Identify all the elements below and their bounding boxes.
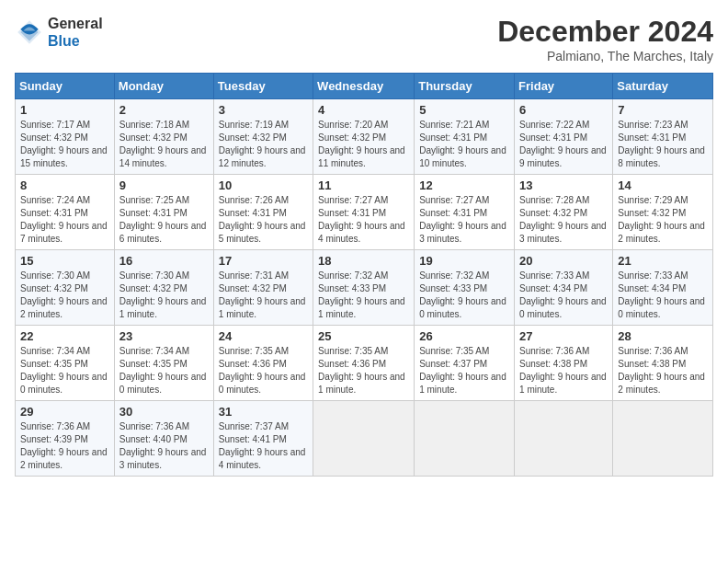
- day-info: Sunrise: 7:30 AM Sunset: 4:32 PM Dayligh…: [119, 270, 209, 321]
- day-number: 4: [318, 103, 409, 117]
- day-info: Sunrise: 7:36 AM Sunset: 4:38 PM Dayligh…: [618, 345, 708, 396]
- day-number: 17: [219, 254, 308, 268]
- calendar-cell: 13Sunrise: 7:28 AM Sunset: 4:32 PM Dayli…: [515, 175, 613, 250]
- calendar-cell: 1Sunrise: 7:17 AM Sunset: 4:32 PM Daylig…: [16, 99, 115, 175]
- page-header: General Blue December 2024 Palmiano, The…: [15, 15, 713, 63]
- calendar-cell: [313, 401, 415, 477]
- day-info: Sunrise: 7:20 AM Sunset: 4:32 PM Dayligh…: [318, 119, 409, 170]
- calendar-cell: 30Sunrise: 7:36 AM Sunset: 4:40 PM Dayli…: [114, 401, 213, 477]
- calendar-week-2: 8Sunrise: 7:24 AM Sunset: 4:31 PM Daylig…: [16, 175, 713, 250]
- weekday-friday: Friday: [515, 74, 613, 99]
- day-number: 26: [419, 329, 509, 343]
- calendar-cell: [515, 401, 613, 477]
- calendar-table: SundayMondayTuesdayWednesdayThursdayFrid…: [15, 73, 713, 477]
- day-info: Sunrise: 7:34 AM Sunset: 4:35 PM Dayligh…: [119, 345, 209, 396]
- day-number: 3: [219, 103, 308, 117]
- calendar-cell: 2Sunrise: 7:18 AM Sunset: 4:32 PM Daylig…: [114, 99, 213, 175]
- calendar-cell: 5Sunrise: 7:21 AM Sunset: 4:31 PM Daylig…: [415, 99, 515, 175]
- calendar-cell: 9Sunrise: 7:25 AM Sunset: 4:31 PM Daylig…: [114, 175, 213, 250]
- day-number: 20: [519, 254, 608, 268]
- logo-icon: [15, 17, 44, 47]
- day-number: 16: [119, 254, 209, 268]
- calendar-header: SundayMondayTuesdayWednesdayThursdayFrid…: [16, 74, 713, 99]
- day-info: Sunrise: 7:21 AM Sunset: 4:31 PM Dayligh…: [419, 119, 509, 170]
- calendar-cell: 14Sunrise: 7:29 AM Sunset: 4:32 PM Dayli…: [613, 175, 713, 250]
- day-number: 28: [618, 329, 708, 343]
- calendar-cell: 22Sunrise: 7:34 AM Sunset: 4:35 PM Dayli…: [16, 326, 115, 401]
- day-number: 21: [618, 254, 708, 268]
- calendar-cell: 29Sunrise: 7:36 AM Sunset: 4:39 PM Dayli…: [16, 401, 115, 477]
- day-info: Sunrise: 7:26 AM Sunset: 4:31 PM Dayligh…: [219, 194, 308, 246]
- calendar-body: 1Sunrise: 7:17 AM Sunset: 4:32 PM Daylig…: [16, 99, 713, 477]
- day-number: 29: [20, 405, 109, 419]
- calendar-cell: 23Sunrise: 7:34 AM Sunset: 4:35 PM Dayli…: [114, 326, 213, 401]
- day-number: 13: [519, 178, 608, 192]
- day-info: Sunrise: 7:24 AM Sunset: 4:31 PM Dayligh…: [20, 194, 109, 246]
- day-info: Sunrise: 7:35 AM Sunset: 4:36 PM Dayligh…: [318, 345, 409, 396]
- day-number: 8: [20, 178, 109, 192]
- calendar-cell: 25Sunrise: 7:35 AM Sunset: 4:36 PM Dayli…: [313, 326, 415, 401]
- day-number: 7: [618, 103, 708, 117]
- calendar-cell: 10Sunrise: 7:26 AM Sunset: 4:31 PM Dayli…: [213, 175, 313, 250]
- day-info: Sunrise: 7:35 AM Sunset: 4:36 PM Dayligh…: [219, 345, 308, 396]
- day-info: Sunrise: 7:35 AM Sunset: 4:37 PM Dayligh…: [419, 345, 509, 396]
- calendar-cell: 15Sunrise: 7:30 AM Sunset: 4:32 PM Dayli…: [16, 250, 115, 326]
- calendar-cell: 27Sunrise: 7:36 AM Sunset: 4:38 PM Dayli…: [515, 326, 613, 401]
- day-info: Sunrise: 7:30 AM Sunset: 4:32 PM Dayligh…: [20, 270, 109, 321]
- weekday-header-row: SundayMondayTuesdayWednesdayThursdayFrid…: [16, 74, 713, 99]
- day-number: 6: [519, 103, 608, 117]
- day-number: 31: [219, 405, 308, 419]
- day-number: 2: [119, 103, 209, 117]
- calendar-cell: 28Sunrise: 7:36 AM Sunset: 4:38 PM Dayli…: [613, 326, 713, 401]
- day-info: Sunrise: 7:18 AM Sunset: 4:32 PM Dayligh…: [119, 119, 209, 170]
- day-info: Sunrise: 7:33 AM Sunset: 4:34 PM Dayligh…: [519, 270, 608, 321]
- calendar-cell: 6Sunrise: 7:22 AM Sunset: 4:31 PM Daylig…: [515, 99, 613, 175]
- day-number: 14: [618, 178, 708, 192]
- day-number: 27: [519, 329, 608, 343]
- calendar-cell: 8Sunrise: 7:24 AM Sunset: 4:31 PM Daylig…: [16, 175, 115, 250]
- day-info: Sunrise: 7:37 AM Sunset: 4:41 PM Dayligh…: [219, 420, 308, 472]
- day-info: Sunrise: 7:23 AM Sunset: 4:31 PM Dayligh…: [618, 119, 708, 170]
- calendar-cell: 24Sunrise: 7:35 AM Sunset: 4:36 PM Dayli…: [213, 326, 313, 401]
- calendar-cell: 21Sunrise: 7:33 AM Sunset: 4:34 PM Dayli…: [613, 250, 713, 326]
- weekday-monday: Monday: [114, 74, 213, 99]
- location: Palmiano, The Marches, Italy: [497, 49, 713, 63]
- day-info: Sunrise: 7:34 AM Sunset: 4:35 PM Dayligh…: [20, 345, 109, 396]
- day-number: 12: [419, 178, 509, 192]
- calendar-cell: 18Sunrise: 7:32 AM Sunset: 4:33 PM Dayli…: [313, 250, 415, 326]
- calendar-cell: 26Sunrise: 7:35 AM Sunset: 4:37 PM Dayli…: [415, 326, 515, 401]
- day-info: Sunrise: 7:17 AM Sunset: 4:32 PM Dayligh…: [20, 119, 109, 170]
- calendar-week-1: 1Sunrise: 7:17 AM Sunset: 4:32 PM Daylig…: [16, 99, 713, 175]
- title-block: December 2024 Palmiano, The Marches, Ita…: [497, 15, 713, 63]
- day-info: Sunrise: 7:25 AM Sunset: 4:31 PM Dayligh…: [119, 194, 209, 246]
- day-number: 23: [119, 329, 209, 343]
- month-title: December 2024: [497, 15, 713, 49]
- calendar-week-5: 29Sunrise: 7:36 AM Sunset: 4:39 PM Dayli…: [16, 401, 713, 477]
- calendar-cell: 12Sunrise: 7:27 AM Sunset: 4:31 PM Dayli…: [415, 175, 515, 250]
- day-info: Sunrise: 7:19 AM Sunset: 4:32 PM Dayligh…: [219, 119, 308, 170]
- day-number: 19: [419, 254, 509, 268]
- day-number: 24: [219, 329, 308, 343]
- day-info: Sunrise: 7:28 AM Sunset: 4:32 PM Dayligh…: [519, 194, 608, 246]
- calendar-cell: [613, 401, 713, 477]
- calendar-cell: 11Sunrise: 7:27 AM Sunset: 4:31 PM Dayli…: [313, 175, 415, 250]
- calendar-week-3: 15Sunrise: 7:30 AM Sunset: 4:32 PM Dayli…: [16, 250, 713, 326]
- day-number: 10: [219, 178, 308, 192]
- logo-text: General Blue: [48, 15, 103, 50]
- weekday-saturday: Saturday: [613, 74, 713, 99]
- calendar-cell: 17Sunrise: 7:31 AM Sunset: 4:32 PM Dayli…: [213, 250, 313, 326]
- day-info: Sunrise: 7:36 AM Sunset: 4:38 PM Dayligh…: [519, 345, 608, 396]
- calendar-cell: [415, 401, 515, 477]
- day-info: Sunrise: 7:33 AM Sunset: 4:34 PM Dayligh…: [618, 270, 708, 321]
- weekday-wednesday: Wednesday: [313, 74, 415, 99]
- calendar-cell: 31Sunrise: 7:37 AM Sunset: 4:41 PM Dayli…: [213, 401, 313, 477]
- day-number: 15: [20, 254, 109, 268]
- day-number: 9: [119, 178, 209, 192]
- calendar-cell: 19Sunrise: 7:32 AM Sunset: 4:33 PM Dayli…: [415, 250, 515, 326]
- calendar-week-4: 22Sunrise: 7:34 AM Sunset: 4:35 PM Dayli…: [16, 326, 713, 401]
- day-info: Sunrise: 7:36 AM Sunset: 4:40 PM Dayligh…: [119, 420, 209, 472]
- day-info: Sunrise: 7:36 AM Sunset: 4:39 PM Dayligh…: [20, 420, 109, 472]
- calendar-cell: 16Sunrise: 7:30 AM Sunset: 4:32 PM Dayli…: [114, 250, 213, 326]
- weekday-thursday: Thursday: [415, 74, 515, 99]
- calendar-cell: 4Sunrise: 7:20 AM Sunset: 4:32 PM Daylig…: [313, 99, 415, 175]
